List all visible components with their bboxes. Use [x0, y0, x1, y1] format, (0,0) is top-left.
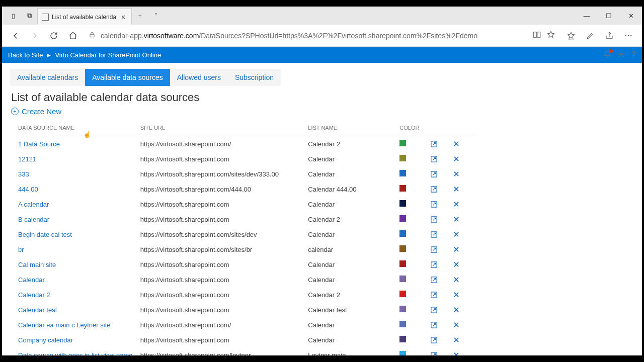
ds-site: https://virtosoft.sharepoint.com/sites/b… — [140, 242, 308, 257]
edit-button[interactable] — [430, 317, 453, 332]
share-icon[interactable] — [601, 27, 618, 44]
ds-name-link[interactable]: Company calendar — [18, 332, 140, 347]
edit-button[interactable] — [430, 212, 453, 227]
ds-site: https://virtosoft.sharepoint.com/ — [140, 136, 308, 152]
delete-button[interactable] — [453, 317, 476, 332]
cursor-icon: ☝ — [83, 131, 91, 138]
ds-name-link[interactable]: Calendar test — [18, 302, 140, 317]
svg-rect-0 — [90, 34, 94, 37]
create-new-button[interactable]: + Create New — [11, 107, 642, 116]
ds-color — [399, 212, 430, 227]
ds-name-link[interactable]: Cal main site — [18, 257, 140, 272]
delete-button[interactable] — [453, 272, 476, 287]
edit-button[interactable] — [430, 166, 453, 182]
delete-button[interactable] — [453, 136, 476, 152]
delete-button[interactable] — [453, 227, 476, 242]
ds-name-link[interactable]: Begin date cal test — [18, 227, 140, 242]
forward-button[interactable] — [26, 27, 43, 44]
edit-button[interactable] — [430, 257, 453, 272]
reading-view-icon[interactable] — [532, 30, 541, 41]
edit-button[interactable] — [430, 182, 453, 197]
table-row: brhttps://virtosoft.sharepoint.com/sites… — [18, 242, 476, 257]
favorites-list-icon[interactable] — [562, 27, 580, 44]
delete-button[interactable] — [453, 212, 476, 227]
edit-button[interactable] — [430, 136, 453, 152]
edit-button[interactable] — [430, 227, 453, 242]
delete-button[interactable] — [453, 347, 476, 355]
settings-gear-icon[interactable] — [617, 50, 625, 60]
tab-preview-icon[interactable]: ⧉ — [21, 9, 37, 23]
ds-color — [399, 242, 430, 257]
tab-flyout-icon[interactable]: ˅ — [148, 12, 164, 20]
app-name-link[interactable]: Virto Calendar for SharePoint Online — [55, 51, 161, 59]
ds-list: Calendar test — [308, 302, 399, 317]
delete-button[interactable] — [453, 302, 476, 317]
page-tab-3[interactable]: Subscription — [228, 69, 281, 86]
back-to-site-link[interactable]: Back to Site — [8, 51, 43, 59]
notes-icon[interactable] — [582, 27, 599, 44]
ds-name-link[interactable]: B calendar — [18, 212, 140, 227]
ds-color — [399, 287, 430, 302]
ds-name-link[interactable]: 444.00 — [18, 182, 140, 197]
refresh-button[interactable] — [45, 27, 62, 44]
ds-list: calendar — [308, 242, 399, 257]
more-icon[interactable] — [620, 27, 637, 44]
notifications-icon[interactable] — [603, 50, 611, 60]
home-button[interactable] — [64, 27, 82, 44]
delete-button[interactable] — [453, 166, 476, 182]
delete-button[interactable] — [453, 197, 476, 212]
tab-title: List of available calenda — [52, 14, 116, 21]
close-window-button[interactable]: ✕ — [620, 9, 642, 23]
delete-button[interactable] — [453, 287, 476, 302]
page-tab-0[interactable]: Available calendars — [10, 69, 85, 86]
delete-button[interactable] — [453, 257, 476, 272]
help-icon[interactable]: ? — [631, 50, 636, 59]
delete-button[interactable] — [453, 182, 476, 197]
ds-site: https://virtosoft.sharepoint.com/ — [140, 317, 308, 332]
col-list[interactable]: List Name — [308, 122, 399, 136]
ds-name-link[interactable]: Data source with apos in list view name — [18, 347, 140, 355]
favorite-star-icon[interactable] — [546, 30, 555, 41]
ds-site: https://virtosoft.sharepoint.com — [140, 287, 308, 302]
col-site[interactable]: Site URL — [140, 122, 308, 136]
minimize-button[interactable]: — — [576, 9, 598, 23]
lock-icon — [89, 31, 96, 40]
edit-button[interactable] — [430, 347, 453, 355]
ds-name-link[interactable]: br — [18, 242, 140, 257]
ds-color — [399, 151, 430, 166]
edit-button[interactable] — [430, 272, 453, 287]
ds-list: Calendar 2 — [308, 287, 399, 302]
ds-name-link[interactable]: Calendar — [18, 272, 140, 287]
delete-button[interactable] — [453, 332, 476, 347]
ds-name-link[interactable]: 1 Data Source — [18, 136, 140, 152]
ds-name-link[interactable]: A calendar — [18, 197, 140, 212]
edit-button[interactable] — [430, 287, 453, 302]
delete-button[interactable] — [453, 242, 476, 257]
edit-button[interactable] — [430, 332, 453, 347]
browser-tab[interactable]: List of available calenda × — [37, 9, 132, 25]
ds-name-link[interactable]: 12121 — [18, 151, 140, 166]
table-row: B calendarhttps://virtosoft.sharepoint.c… — [18, 212, 476, 227]
ds-site: https://virtosoft.sharepoint.com/sites/d… — [140, 166, 308, 182]
back-button[interactable] — [7, 27, 24, 44]
delete-button[interactable] — [453, 151, 476, 166]
new-tab-button[interactable]: + — [132, 12, 148, 20]
page-tab-2[interactable]: Allowed users — [170, 69, 228, 86]
tab-actions-icon[interactable]: ▯ — [5, 9, 21, 23]
ds-name-link[interactable]: Calendar 2 — [18, 287, 140, 302]
page-tab-1[interactable]: Available data sources — [85, 69, 170, 86]
maximize-button[interactable]: ☐ — [598, 9, 620, 23]
col-color[interactable]: Color — [399, 122, 430, 136]
edit-button[interactable] — [430, 242, 453, 257]
svg-point-2 — [628, 35, 629, 36]
ds-color — [399, 332, 430, 347]
col-name[interactable]: Data Source Name — [18, 122, 140, 136]
edit-button[interactable] — [430, 197, 453, 212]
ds-name-link[interactable]: Calendar на main с Leytner site — [18, 317, 140, 332]
ds-color — [399, 182, 430, 197]
address-bar[interactable]: calendar-app.virtosoftware.com/DataSourc… — [84, 28, 560, 44]
close-tab-icon[interactable]: × — [119, 13, 127, 21]
edit-button[interactable] — [430, 151, 453, 166]
ds-name-link[interactable]: 333 — [18, 166, 140, 182]
edit-button[interactable] — [430, 302, 453, 317]
